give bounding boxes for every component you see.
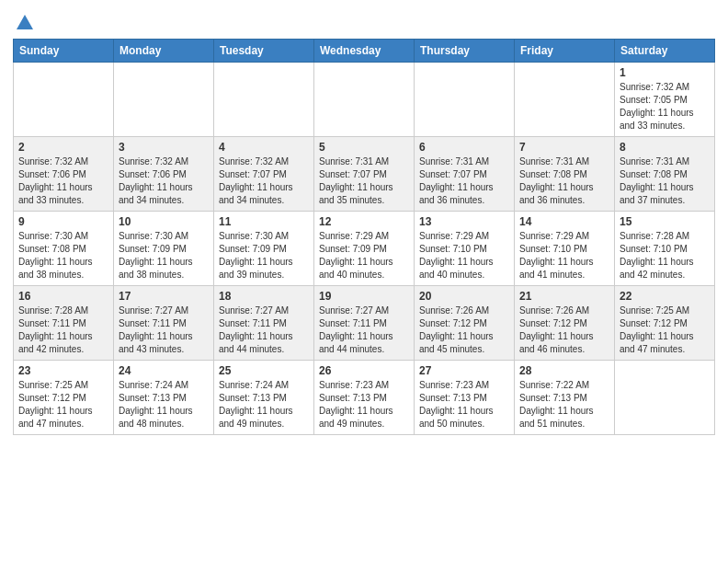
day-cell: 14Sunrise: 7:29 AM Sunset: 7:10 PM Dayli… [515,212,615,286]
page: SundayMondayTuesdayWednesdayThursdayFrid… [0,0,728,563]
day-number: 2 [18,141,108,154]
day-info: Sunrise: 7:28 AM Sunset: 7:11 PM Dayligh… [18,304,108,356]
day-number: 17 [119,290,209,303]
day-number: 12 [319,215,409,228]
day-cell: 25Sunrise: 7:24 AM Sunset: 7:13 PM Dayli… [214,361,314,435]
day-cell: 13Sunrise: 7:29 AM Sunset: 7:10 PM Dayli… [415,212,515,286]
header [13,9,715,33]
day-cell: 27Sunrise: 7:23 AM Sunset: 7:13 PM Dayli… [415,361,515,435]
day-number: 3 [119,141,209,154]
day-cell [114,63,214,137]
weekday-saturday: Saturday [615,40,715,63]
day-info: Sunrise: 7:31 AM Sunset: 7:07 PM Dayligh… [419,155,509,207]
day-cell: 26Sunrise: 7:23 AM Sunset: 7:13 PM Dayli… [314,361,415,435]
day-cell: 23Sunrise: 7:25 AM Sunset: 7:12 PM Dayli… [14,361,114,435]
day-info: Sunrise: 7:30 AM Sunset: 7:08 PM Dayligh… [18,230,108,282]
day-info: Sunrise: 7:24 AM Sunset: 7:13 PM Dayligh… [119,379,209,431]
day-cell [615,361,715,435]
day-number: 20 [419,290,509,303]
day-info: Sunrise: 7:27 AM Sunset: 7:11 PM Dayligh… [319,304,409,356]
day-cell: 21Sunrise: 7:26 AM Sunset: 7:12 PM Dayli… [515,286,615,361]
day-cell: 20Sunrise: 7:26 AM Sunset: 7:12 PM Dayli… [415,286,515,361]
day-info: Sunrise: 7:32 AM Sunset: 7:07 PM Dayligh… [219,155,309,207]
week-row-2: 2Sunrise: 7:32 AM Sunset: 7:06 PM Daylig… [14,137,715,212]
day-number: 15 [620,215,710,228]
day-cell: 6Sunrise: 7:31 AM Sunset: 7:07 PM Daylig… [415,137,515,212]
day-cell: 16Sunrise: 7:28 AM Sunset: 7:11 PM Dayli… [14,286,114,361]
day-cell [415,63,515,137]
day-cell: 22Sunrise: 7:25 AM Sunset: 7:12 PM Dayli… [615,286,715,361]
day-cell: 2Sunrise: 7:32 AM Sunset: 7:06 PM Daylig… [14,137,114,212]
day-cell: 5Sunrise: 7:31 AM Sunset: 7:07 PM Daylig… [314,137,415,212]
day-info: Sunrise: 7:23 AM Sunset: 7:13 PM Dayligh… [419,379,509,431]
day-cell [515,63,615,137]
day-info: Sunrise: 7:23 AM Sunset: 7:13 PM Dayligh… [319,379,409,431]
day-info: Sunrise: 7:31 AM Sunset: 7:08 PM Dayligh… [519,155,609,207]
day-cell: 11Sunrise: 7:30 AM Sunset: 7:09 PM Dayli… [214,212,314,286]
day-number: 7 [519,141,609,154]
weekday-tuesday: Tuesday [214,40,314,63]
day-cell: 12Sunrise: 7:29 AM Sunset: 7:09 PM Dayli… [314,212,415,286]
weekday-thursday: Thursday [415,40,515,63]
day-number: 10 [119,215,209,228]
day-info: Sunrise: 7:29 AM Sunset: 7:10 PM Dayligh… [519,230,609,282]
day-cell: 9Sunrise: 7:30 AM Sunset: 7:08 PM Daylig… [14,212,114,286]
day-number: 23 [18,364,108,377]
day-cell: 1Sunrise: 7:32 AM Sunset: 7:05 PM Daylig… [615,63,715,137]
day-number: 11 [219,215,309,228]
day-info: Sunrise: 7:31 AM Sunset: 7:08 PM Dayligh… [620,155,710,207]
weekday-friday: Friday [515,40,615,63]
day-cell [314,63,415,137]
week-row-4: 16Sunrise: 7:28 AM Sunset: 7:11 PM Dayli… [14,286,715,361]
weekday-monday: Monday [114,40,214,63]
week-row-1: 1Sunrise: 7:32 AM Sunset: 7:05 PM Daylig… [14,63,715,137]
day-number: 27 [419,364,509,377]
logo-icon [15,13,35,33]
day-info: Sunrise: 7:32 AM Sunset: 7:06 PM Dayligh… [119,155,209,207]
day-info: Sunrise: 7:32 AM Sunset: 7:05 PM Dayligh… [620,81,710,132]
day-cell: 17Sunrise: 7:27 AM Sunset: 7:11 PM Dayli… [114,286,214,361]
logo [13,13,35,33]
day-number: 26 [319,364,409,377]
day-number: 21 [519,290,609,303]
day-info: Sunrise: 7:24 AM Sunset: 7:13 PM Dayligh… [219,379,309,431]
weekday-wednesday: Wednesday [314,40,415,63]
day-number: 6 [419,141,509,154]
day-info: Sunrise: 7:28 AM Sunset: 7:10 PM Dayligh… [620,230,710,282]
day-number: 19 [319,290,409,303]
day-info: Sunrise: 7:29 AM Sunset: 7:09 PM Dayligh… [319,230,409,282]
day-number: 9 [18,215,108,228]
day-info: Sunrise: 7:32 AM Sunset: 7:06 PM Dayligh… [18,155,108,207]
day-info: Sunrise: 7:29 AM Sunset: 7:10 PM Dayligh… [419,230,509,282]
day-number: 16 [18,290,108,303]
day-cell [214,63,314,137]
week-row-3: 9Sunrise: 7:30 AM Sunset: 7:08 PM Daylig… [14,212,715,286]
day-info: Sunrise: 7:27 AM Sunset: 7:11 PM Dayligh… [119,304,209,356]
day-cell [14,63,114,137]
day-info: Sunrise: 7:26 AM Sunset: 7:12 PM Dayligh… [419,304,509,356]
day-info: Sunrise: 7:25 AM Sunset: 7:12 PM Dayligh… [620,304,710,356]
day-info: Sunrise: 7:27 AM Sunset: 7:11 PM Dayligh… [219,304,309,356]
day-number: 8 [620,141,710,154]
day-info: Sunrise: 7:22 AM Sunset: 7:13 PM Dayligh… [519,379,609,431]
day-number: 14 [519,215,609,228]
day-cell: 15Sunrise: 7:28 AM Sunset: 7:10 PM Dayli… [615,212,715,286]
day-number: 24 [119,364,209,377]
day-number: 18 [219,290,309,303]
day-number: 13 [419,215,509,228]
day-cell: 7Sunrise: 7:31 AM Sunset: 7:08 PM Daylig… [515,137,615,212]
day-number: 5 [319,141,409,154]
day-info: Sunrise: 7:30 AM Sunset: 7:09 PM Dayligh… [219,230,309,282]
day-cell: 10Sunrise: 7:30 AM Sunset: 7:09 PM Dayli… [114,212,214,286]
weekday-header-row: SundayMondayTuesdayWednesdayThursdayFrid… [14,40,715,63]
day-cell: 4Sunrise: 7:32 AM Sunset: 7:07 PM Daylig… [214,137,314,212]
weekday-sunday: Sunday [14,40,114,63]
day-info: Sunrise: 7:25 AM Sunset: 7:12 PM Dayligh… [18,379,108,431]
calendar: SundayMondayTuesdayWednesdayThursdayFrid… [13,39,715,435]
day-number: 28 [519,364,609,377]
day-number: 22 [620,290,710,303]
day-number: 25 [219,364,309,377]
day-number: 1 [620,66,710,79]
day-cell: 24Sunrise: 7:24 AM Sunset: 7:13 PM Dayli… [114,361,214,435]
day-cell: 18Sunrise: 7:27 AM Sunset: 7:11 PM Dayli… [214,286,314,361]
